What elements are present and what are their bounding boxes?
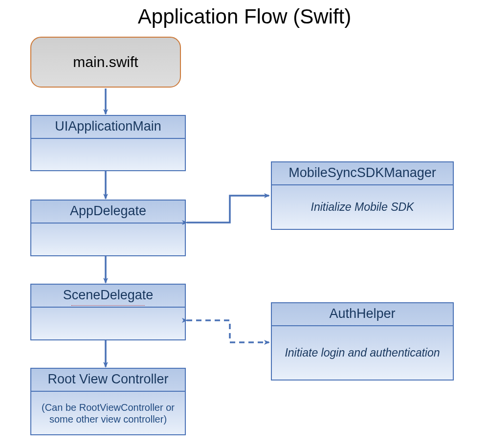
node-authhelper-body: Initiate login and authentication xyxy=(272,326,453,380)
node-sdkmanager-head: MobileSyncSDKManager xyxy=(272,162,453,185)
node-scenedelegate-body xyxy=(31,308,185,339)
node-uiapplicationmain: UIApplicationMain xyxy=(30,115,186,171)
node-uiapplicationmain-body xyxy=(31,139,185,170)
node-rootvc: Root View Controller (Can be RootViewCon… xyxy=(30,368,186,435)
node-appdelegate-body xyxy=(31,224,185,255)
node-uiapplicationmain-head: UIApplicationMain xyxy=(31,116,185,139)
node-sdkmanager: MobileSyncSDKManager Initialize Mobile S… xyxy=(271,161,454,230)
node-rootvc-head: Root View Controller xyxy=(31,369,185,392)
node-authhelper-head: AuthHelper xyxy=(272,303,453,326)
node-sdkmanager-body: Initialize Mobile SDK xyxy=(272,185,453,229)
node-scenedelegate: SceneDelegate xyxy=(30,284,186,340)
node-main-swift-label: main.swift xyxy=(73,54,138,70)
node-rootvc-body: (Can be RootViewController or some other… xyxy=(31,392,185,434)
node-appdelegate-head: AppDelegate xyxy=(31,201,185,224)
node-main-swift: main.swift xyxy=(30,37,181,88)
node-scenedelegate-head: SceneDelegate xyxy=(31,285,185,308)
node-authhelper: AuthHelper Initiate login and authentica… xyxy=(271,302,454,381)
node-appdelegate: AppDelegate xyxy=(30,200,186,256)
page-title: Application Flow (Swift) xyxy=(0,5,489,28)
